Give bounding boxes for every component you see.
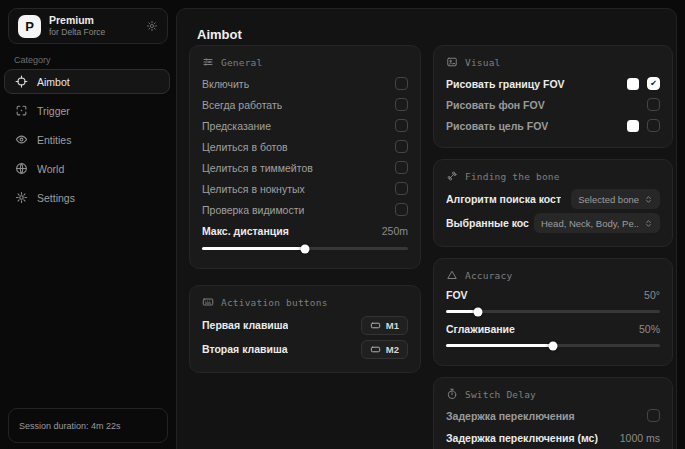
session-duration-text: Session duration: 4m 22s bbox=[19, 421, 121, 431]
keybind-label: Первая клавиша bbox=[202, 319, 288, 331]
finding-bone-card: Finding the bone Алгоритм поиска кост Se… bbox=[433, 159, 673, 247]
bone-algorithm-row: Алгоритм поиска кост Selected bone bbox=[446, 187, 660, 211]
timer-icon bbox=[446, 388, 458, 400]
keybind-row: Вторая клавиша M2 bbox=[202, 337, 408, 361]
main-panel: Aimbot General Включить bbox=[176, 8, 677, 449]
toggle-row: Всегда работать bbox=[202, 94, 408, 115]
switch-delay-card: Switch Delay Задержка переключения Задер… bbox=[433, 377, 673, 449]
trigger-icon bbox=[15, 104, 28, 117]
toggle-row: Предсказание bbox=[202, 115, 408, 136]
accuracy-card: Accuracy FOV 50° Сглаживание 50% bbox=[433, 258, 673, 366]
sidebar-item-trigger[interactable]: Trigger bbox=[4, 98, 170, 123]
selected-bones-row: Выбранные кос Head, Neck, Body, Pe.. bbox=[446, 211, 660, 235]
toggle-label: Всегда работать bbox=[202, 99, 282, 111]
keybind-value: M2 bbox=[386, 344, 399, 355]
checkbox-checked[interactable] bbox=[647, 77, 660, 90]
toggle-label: Целиться в ботов bbox=[202, 141, 288, 153]
keybind-button[interactable]: M2 bbox=[361, 340, 408, 359]
session-duration-card: Session duration: 4m 22s bbox=[8, 408, 168, 443]
switch-delay-ms-label: Задержка переключения (мс) bbox=[446, 432, 598, 444]
checkbox[interactable] bbox=[395, 182, 408, 195]
checkbox[interactable] bbox=[647, 98, 660, 111]
color-swatch[interactable] bbox=[627, 78, 639, 90]
brand-logo: P bbox=[18, 15, 41, 38]
fov-label: FOV bbox=[446, 289, 468, 301]
bone-card-header: Finding the bone bbox=[446, 170, 660, 182]
checkbox[interactable] bbox=[395, 77, 408, 90]
switch-delay-toggle-label: Задержка переключения bbox=[446, 410, 575, 422]
bone-algorithm-select[interactable]: Selected bone bbox=[571, 189, 660, 209]
visual-icon bbox=[446, 56, 458, 68]
chevron-updown-icon bbox=[644, 195, 653, 204]
section-title: Activation buttons bbox=[221, 297, 328, 308]
toggle-label: Целиться в тиммейтов bbox=[202, 162, 313, 174]
checkbox[interactable] bbox=[395, 98, 408, 111]
checkbox[interactable] bbox=[647, 119, 660, 132]
checkbox[interactable] bbox=[395, 140, 408, 153]
activation-buttons-card: Activation buttons Первая клавиша M1 bbox=[189, 285, 421, 373]
select-value: Selected bone bbox=[578, 194, 639, 205]
section-title: Visual bbox=[465, 57, 501, 68]
activation-card-header: Activation buttons bbox=[202, 296, 408, 308]
sidebar-nav: Aimbot Trigger Entities bbox=[4, 69, 170, 210]
gear-icon bbox=[15, 191, 28, 204]
category-label: Category bbox=[14, 55, 51, 65]
color-swatch[interactable] bbox=[627, 120, 639, 132]
mouse-key-icon bbox=[370, 344, 381, 355]
sidebar-item-label: Entities bbox=[37, 134, 71, 146]
smoothing-label: Сглаживание bbox=[446, 323, 515, 335]
accuracy-card-header: Accuracy bbox=[446, 269, 660, 281]
switch-delay-ms-value: 1000 ms bbox=[620, 432, 660, 444]
sidebar-item-settings[interactable]: Settings bbox=[4, 185, 170, 210]
gear-icon[interactable] bbox=[146, 20, 158, 32]
visual-label: Рисовать границу FOV bbox=[446, 78, 565, 90]
right-column: Visual Рисовать границу FOV Рисовать фон… bbox=[433, 45, 673, 449]
slider-value: 250m bbox=[382, 225, 408, 237]
visual-row: Рисовать фон FOV bbox=[446, 94, 660, 115]
toggle-row: Целиться в ботов bbox=[202, 136, 408, 157]
max-distance-slider[interactable] bbox=[202, 247, 408, 250]
app-window: P Premium for Delta Force Category bbox=[0, 0, 685, 449]
switch-delay-ms-row: Задержка переключения (мс) 1000 ms bbox=[446, 428, 660, 447]
keyboard-icon bbox=[202, 296, 214, 308]
smoothing-row: Сглаживание 50% bbox=[446, 320, 660, 338]
sidebar-item-world[interactable]: World bbox=[4, 156, 170, 181]
sidebar-item-aimbot[interactable]: Aimbot bbox=[4, 69, 170, 94]
switch-delay-toggle-row: Задержка переключения bbox=[446, 405, 660, 426]
section-title: Switch Delay bbox=[465, 389, 536, 400]
sliders-icon bbox=[202, 56, 214, 68]
sidebar-item-label: Settings bbox=[37, 192, 75, 204]
max-distance-row: Макс. дистанция 250m bbox=[202, 220, 408, 241]
bone-icon bbox=[446, 170, 458, 182]
entities-icon bbox=[15, 133, 28, 146]
crosshair-icon bbox=[15, 75, 28, 88]
slider-label: Макс. дистанция bbox=[202, 225, 289, 237]
checkbox[interactable] bbox=[647, 409, 660, 422]
visual-card: Visual Рисовать границу FOV Рисовать фон… bbox=[433, 45, 673, 148]
selected-bones-select[interactable]: Head, Neck, Body, Pe.. bbox=[534, 213, 660, 233]
selected-bones-label: Выбранные кос bbox=[446, 217, 529, 229]
visual-row: Рисовать цель FOV bbox=[446, 115, 660, 136]
world-icon bbox=[15, 162, 28, 175]
visual-label: Рисовать фон FOV bbox=[446, 99, 545, 111]
checkbox[interactable] bbox=[395, 161, 408, 174]
checkbox[interactable] bbox=[395, 119, 408, 132]
checkbox[interactable] bbox=[395, 203, 408, 216]
toggle-label: Включить bbox=[202, 78, 249, 90]
visual-label: Рисовать цель FOV bbox=[446, 120, 548, 132]
brand-text: Premium for Delta Force bbox=[49, 14, 105, 38]
smoothing-slider[interactable] bbox=[446, 344, 660, 347]
visual-card-header: Visual bbox=[446, 56, 660, 68]
sidebar-item-entities[interactable]: Entities bbox=[4, 127, 170, 152]
switch-delay-card-header: Switch Delay bbox=[446, 388, 660, 400]
keybind-button[interactable]: M1 bbox=[361, 316, 408, 335]
keybind-row: Первая клавиша M1 bbox=[202, 313, 408, 337]
fov-slider[interactable] bbox=[446, 310, 660, 313]
toggle-row: Целиться в тиммейтов bbox=[202, 157, 408, 178]
bone-algorithm-label: Алгоритм поиска кост bbox=[446, 193, 561, 205]
toggle-row: Включить bbox=[202, 73, 408, 94]
keybind-value: M1 bbox=[386, 320, 399, 331]
general-card-header: General bbox=[202, 56, 408, 68]
section-title: Accuracy bbox=[465, 270, 512, 281]
mouse-key-icon bbox=[370, 320, 381, 331]
